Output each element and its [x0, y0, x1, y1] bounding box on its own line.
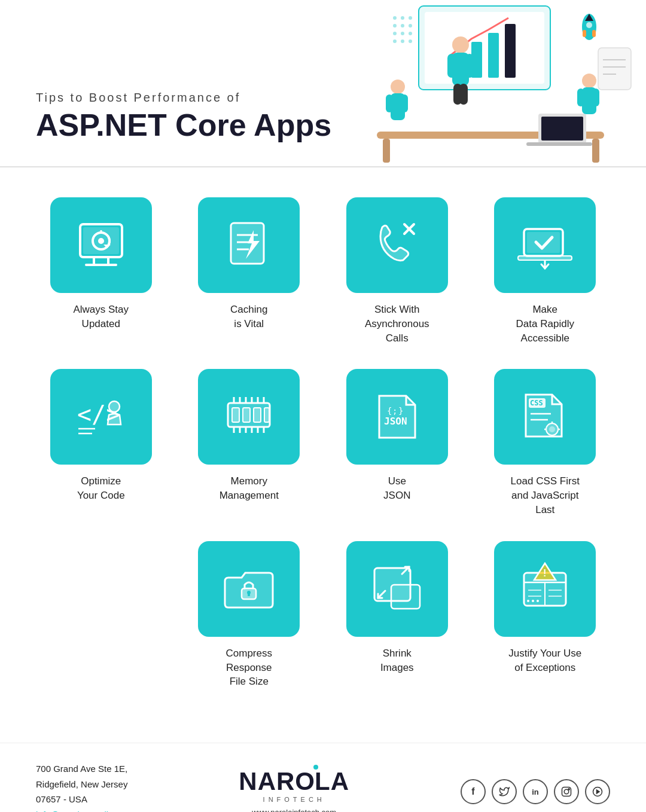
svg-point-16 [401, 39, 404, 43]
footer-address-line1: 700 Grand Ave Ste 1E, [36, 761, 127, 777]
tip-label-always-stay-updated: Always StayUpdated [73, 303, 129, 331]
svg-text:JSON: JSON [384, 416, 407, 427]
svg-text:CSS: CSS [530, 399, 543, 407]
svg-marker-125 [596, 790, 599, 793]
tip-icon-caching [198, 197, 300, 293]
header-subtitle: Tips to Boost Performance of [36, 91, 610, 105]
svg-point-97 [549, 426, 555, 432]
tip-icon-compress [198, 541, 300, 637]
tip-icon-data-accessible [494, 197, 596, 293]
svg-point-120 [537, 600, 539, 602]
footer-address-line2: Ridgefield, New Jersey [36, 777, 127, 792]
tip-icon-exceptions: ! [494, 541, 596, 637]
footer-logo: NAR O LA INFOTECH www.narolainfotech.com [239, 767, 349, 812]
tip-data-accessible: MakeData RapidlyAccessible [480, 197, 611, 345]
tip-shrink-images: ShrinkImages [332, 541, 462, 689]
logo-infotech: INFOTECH [263, 796, 325, 803]
svg-text:;: ; [392, 406, 397, 416]
tip-icon-shrink-images [346, 541, 448, 637]
svg-text:{: { [387, 406, 392, 416]
tip-optimize-code: </> OptimizeYour Code [36, 369, 166, 517]
svg-text:!: ! [543, 568, 546, 578]
tip-icon-css-first: CSS [494, 369, 596, 465]
svg-rect-72 [232, 408, 239, 422]
svg-point-119 [532, 600, 534, 602]
svg-rect-65 [518, 256, 572, 260]
svg-point-10 [401, 24, 404, 28]
svg-point-68 [109, 401, 120, 412]
svg-rect-106 [391, 585, 420, 609]
tip-use-json: JSON { ; } UseJSON [332, 369, 462, 517]
tip-icon-use-json: JSON { ; } [346, 369, 448, 465]
svg-rect-43 [598, 48, 631, 90]
svg-point-12 [393, 32, 397, 35]
svg-point-6 [393, 16, 397, 20]
svg-rect-20 [583, 30, 586, 37]
tip-icon-always-stay-updated [50, 197, 152, 293]
tip-compress: CompressResponseFile Size [184, 541, 315, 689]
svg-rect-64 [527, 232, 560, 253]
logo-narola: NAR [239, 767, 295, 796]
svg-rect-5 [505, 24, 516, 78]
svg-rect-73 [243, 408, 250, 422]
footer-email[interactable]: info@narola.email [36, 810, 108, 812]
svg-point-15 [393, 39, 397, 43]
tip-memory: MemoryManagement [184, 369, 315, 517]
svg-rect-4 [488, 33, 499, 78]
social-instagram[interactable] [554, 779, 579, 804]
header: Tips to Boost Performance of ASP.NET Cor… [0, 0, 646, 167]
tip-icon-async-calls [346, 197, 448, 293]
social-linkedin[interactable]: in [523, 779, 548, 804]
svg-point-118 [527, 600, 529, 602]
tip-label-async-calls: Stick WithAsynchronousCalls [365, 303, 429, 345]
social-youtube[interactable] [585, 779, 610, 804]
header-text: Tips to Boost Performance of ASP.NET Cor… [36, 91, 610, 166]
social-facebook[interactable]: f [461, 779, 486, 804]
tip-async-calls: Stick WithAsynchronousCalls [332, 197, 462, 345]
footer-address: 700 Grand Ave Ste 1E, Ridgefield, New Je… [36, 761, 127, 812]
tip-label-caching: Cachingis Vital [230, 303, 267, 331]
tip-exceptions: ! Justify Your Useof Exceptions [480, 541, 611, 689]
tip-css-first: CSS Load CSS Firstand JavaScriptLast [480, 369, 611, 517]
footer-social: f in [461, 779, 610, 804]
social-twitter[interactable] [492, 779, 517, 804]
tip-icon-memory [198, 369, 300, 465]
tip-label-use-json: UseJSON [383, 474, 410, 503]
tips-row-1: Always StayUpdated Cachingis Vital [36, 197, 610, 345]
svg-rect-56 [231, 223, 264, 264]
svg-point-123 [568, 789, 569, 790]
svg-point-39 [582, 74, 596, 88]
tip-always-stay-updated: Always StayUpdated [36, 197, 166, 345]
tips-row-2: </> OptimizeYour Code [36, 369, 610, 517]
footer: 700 Grand Ave Ste 1E, Ridgefield, New Je… [0, 743, 646, 812]
svg-point-23 [452, 36, 469, 53]
footer-website[interactable]: www.narolainfotech.com [252, 808, 336, 812]
tip-icon-optimize-code: </> [50, 369, 152, 465]
tip-caching: Cachingis Vital [184, 197, 315, 345]
svg-rect-75 [264, 408, 269, 422]
svg-point-11 [409, 24, 412, 28]
tip-label-css-first: Load CSS Firstand JavaScriptLast [511, 474, 580, 517]
svg-rect-25 [447, 54, 456, 78]
svg-rect-26 [465, 54, 474, 78]
svg-point-22 [586, 22, 592, 28]
svg-point-14 [409, 32, 412, 35]
svg-text:}: } [398, 406, 403, 416]
tip-label-shrink-images: ShrinkImages [380, 646, 414, 675]
svg-rect-21 [592, 30, 596, 37]
svg-point-8 [409, 16, 412, 20]
svg-point-9 [393, 24, 397, 28]
header-title: ASP.NET Core Apps [36, 108, 610, 142]
svg-point-53 [98, 238, 104, 244]
svg-point-17 [409, 39, 412, 43]
svg-rect-74 [254, 408, 261, 422]
main-content: Always StayUpdated Cachingis Vital [0, 167, 646, 737]
tip-label-compress: CompressResponseFile Size [226, 646, 272, 689]
svg-rect-104 [248, 593, 250, 596]
tip-label-optimize-code: OptimizeYour Code [77, 474, 125, 503]
svg-rect-1 [425, 12, 544, 84]
tip-label-data-accessible: MakeData RapidlyAccessible [516, 303, 574, 345]
svg-point-7 [401, 16, 404, 20]
tip-label-memory: MemoryManagement [220, 474, 279, 503]
svg-point-122 [564, 789, 569, 794]
